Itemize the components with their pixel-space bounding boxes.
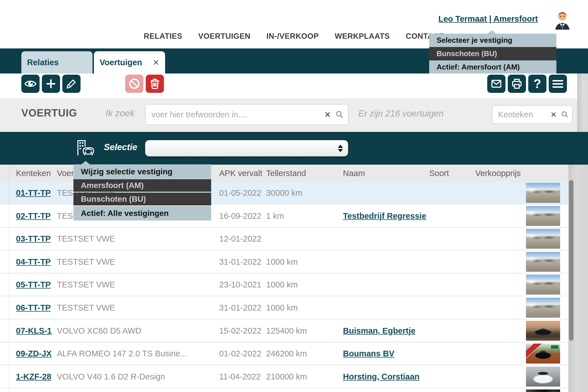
menu-item-bunschoten-bu[interactable]: Bunschoten (BU) <box>429 47 556 60</box>
table-row: 03-TT-TPTESTSET VWE12-01-2022 <box>0 228 568 250</box>
kenteken-link[interactable]: 07-KLS-1 <box>16 320 52 342</box>
tellerstand-cell: 30000 km <box>266 182 302 204</box>
vehicle-thumbnail[interactable] <box>526 252 560 272</box>
tellerstand-cell: 1000 km <box>266 297 298 319</box>
naam-link[interactable]: Buisman, Egbertje <box>343 320 416 342</box>
apk-vervalt-cell: 11-04-2022 <box>219 366 261 388</box>
menu-arrow-icon <box>488 30 496 34</box>
tellerstand-cell: 1000 km <box>266 273 298 296</box>
page-margin <box>577 74 588 132</box>
top-nav: RELATIESVOERTUIGENIN-/VERKOOPWERKPLAATSC… <box>144 32 444 41</box>
table-row: 06-TT-TPTESTSET VWE31-01-20221000 km <box>0 297 568 319</box>
menu-item-wijzig-selectie-vestiging: Wijzig selectie vestiging <box>73 164 211 179</box>
table-row: 07-KLS-1VOLVO XC60 D5 AWD15-02-202212540… <box>0 320 568 342</box>
menu-item-actief-amersfoort-am[interactable]: Actief: Amersfoort (AM) <box>429 60 556 74</box>
kenteken-link[interactable]: 05-TT-TP <box>16 273 51 296</box>
vehicle-description: TESTSET VWE <box>57 297 115 319</box>
nav-item-voertuigen[interactable]: VOERTUIGEN <box>198 32 251 41</box>
businessman-avatar-icon[interactable] <box>552 10 572 30</box>
vehicle-description: ALFA ROMEO 147 2.0 TS Busine... <box>57 342 187 365</box>
vehicle-description: TESTSET VWE <box>57 251 115 273</box>
vehicle-thumbnail[interactable] <box>526 321 560 341</box>
apk-vervalt-cell: 01-05-2022 <box>219 182 261 204</box>
naam-link[interactable]: Horsting, Corstiaan <box>343 366 420 388</box>
scrollbar-thumb[interactable] <box>569 180 573 341</box>
table-row: 1-KZF-28VOLVO V40 1.6 D2 R-Design11-04-2… <box>0 366 568 388</box>
kenteken-link[interactable]: 03-TT-TP <box>16 228 51 250</box>
user-vestiging-menu: Selecteer je vestigingBunschoten (BU)Act… <box>429 34 556 74</box>
vehicle-thumbnail[interactable] <box>526 298 560 318</box>
menu-item-amersfoort-am[interactable]: Amersfoort (AM) <box>73 179 211 192</box>
vestiging-selection-menu: Wijzig selectie vestigingAmersfoort (AM)… <box>73 164 211 220</box>
apk-vervalt-cell: 31-01-2022 <box>219 251 261 273</box>
menu-item-actief-alle-vestigingen[interactable]: Actief: Alle vestigingen <box>73 206 211 220</box>
table-row: 09-ZD-JXALFA ROMEO 147 2.0 TS Busine...0… <box>0 342 568 365</box>
vehicle-description: VOLVO XC60 D5 AWD <box>57 320 141 342</box>
naam-link[interactable]: Testbedrijf Regressie <box>343 205 426 227</box>
nav-item-relaties[interactable]: RELATIES <box>144 32 182 41</box>
tellerstand-cell: 125400 km <box>266 320 307 342</box>
vehicle-thumbnail[interactable] <box>526 275 560 295</box>
vehicle-thumbnail[interactable] <box>526 389 560 392</box>
vehicle-thumbnail[interactable] <box>526 367 560 387</box>
tellerstand-cell: 1 km <box>266 205 284 227</box>
kenteken-link[interactable]: 01-TT-TP <box>16 182 51 204</box>
nav-item-werkplaats[interactable]: WERKPLAATS <box>335 32 390 41</box>
vehicle-description: VOLVO V40 1.6 D2 R-Design <box>57 366 165 388</box>
kenteken-link[interactable]: 02-TT-TP <box>16 205 51 227</box>
tellerstand-cell: 210000 km <box>266 366 307 388</box>
kenteken-link[interactable]: 06-TT-TP <box>16 297 51 319</box>
table-left-border <box>9 165 9 392</box>
vehicle-thumbnail[interactable] <box>526 344 560 364</box>
apk-vervalt-cell: 01-02-2022 <box>219 342 261 365</box>
kenteken-link[interactable]: 1-KZF-28 <box>16 366 51 388</box>
nav-item-in-verkoop[interactable]: IN-/VERKOOP <box>266 32 319 41</box>
apk-vervalt-cell: 15-02-2022 <box>219 320 261 342</box>
apk-vervalt-cell: 31-01-2022 <box>219 297 261 319</box>
tellerstand-cell: 1000 km <box>266 251 298 273</box>
kenteken-link[interactable]: 04-TT-TP <box>16 251 51 273</box>
table-row <box>0 388 568 392</box>
table-row: 05-TT-TPTESTSET VWE23-10-20211000 km <box>0 273 568 296</box>
vehicle-thumbnail[interactable] <box>526 183 560 203</box>
apk-vervalt-cell: 12-01-2022 <box>219 228 261 250</box>
tellerstand-cell: 246200 km <box>266 342 307 365</box>
table-row: 04-TT-TPTESTSET VWE31-01-20221000 km <box>0 251 568 273</box>
vehicle-thumbnail[interactable] <box>526 229 560 249</box>
apk-vervalt-cell: 16-09-2022 <box>219 205 261 227</box>
menu-item-selecteer-je-vestiging: Selecteer je vestiging <box>429 34 556 47</box>
menu-item-bunschoten-bu[interactable]: Bunschoten (BU) <box>73 193 211 205</box>
vehicle-description: TESTSET VWE <box>57 228 115 250</box>
kenteken-link[interactable]: 09-ZD-JX <box>16 342 52 365</box>
app-window: RELATIESVOERTUIGENIN-/VERKOOPWERKPLAATSC… <box>0 0 588 392</box>
menu-arrow-icon <box>81 161 90 164</box>
apk-vervalt-cell: 23-10-2021 <box>219 273 261 296</box>
naam-link[interactable]: Boumans BV <box>343 342 394 365</box>
vehicle-description: TESTSET VWE <box>57 273 115 296</box>
vehicle-thumbnail[interactable] <box>526 206 560 226</box>
user-account-link[interactable]: Leo Termaat | Amersfoort <box>438 14 538 24</box>
